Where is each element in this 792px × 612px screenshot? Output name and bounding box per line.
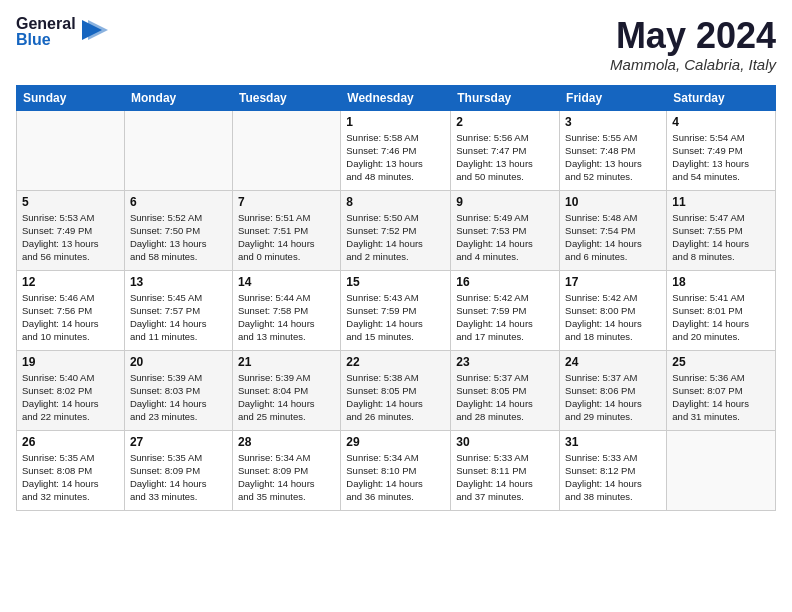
logo-arrow-icon (80, 15, 108, 45)
calendar-table: SundayMondayTuesdayWednesdayThursdayFrid… (16, 85, 776, 511)
day-detail: Sunrise: 5:34 AM Sunset: 8:10 PM Dayligh… (346, 451, 445, 504)
page-header: General Blue May 2024 Mammola, Calabria,… (16, 16, 776, 73)
day-detail: Sunrise: 5:50 AM Sunset: 7:52 PM Dayligh… (346, 211, 445, 264)
logo: General Blue (16, 16, 108, 48)
day-header-thursday: Thursday (451, 85, 560, 110)
calendar-cell: 25Sunrise: 5:36 AM Sunset: 8:07 PM Dayli… (667, 350, 776, 430)
day-header-saturday: Saturday (667, 85, 776, 110)
calendar-cell: 6Sunrise: 5:52 AM Sunset: 7:50 PM Daylig… (124, 190, 232, 270)
calendar-week-row: 1Sunrise: 5:58 AM Sunset: 7:46 PM Daylig… (17, 110, 776, 190)
day-number: 2 (456, 115, 554, 129)
calendar-cell: 11Sunrise: 5:47 AM Sunset: 7:55 PM Dayli… (667, 190, 776, 270)
day-detail: Sunrise: 5:55 AM Sunset: 7:48 PM Dayligh… (565, 131, 661, 184)
svg-marker-1 (88, 20, 108, 40)
day-number: 27 (130, 435, 227, 449)
day-number: 20 (130, 355, 227, 369)
day-detail: Sunrise: 5:51 AM Sunset: 7:51 PM Dayligh… (238, 211, 335, 264)
calendar-cell: 18Sunrise: 5:41 AM Sunset: 8:01 PM Dayli… (667, 270, 776, 350)
calendar-cell: 7Sunrise: 5:51 AM Sunset: 7:51 PM Daylig… (232, 190, 340, 270)
day-header-monday: Monday (124, 85, 232, 110)
calendar-cell: 29Sunrise: 5:34 AM Sunset: 8:10 PM Dayli… (341, 430, 451, 510)
day-number: 5 (22, 195, 119, 209)
day-detail: Sunrise: 5:35 AM Sunset: 8:08 PM Dayligh… (22, 451, 119, 504)
day-detail: Sunrise: 5:53 AM Sunset: 7:49 PM Dayligh… (22, 211, 119, 264)
calendar-cell: 15Sunrise: 5:43 AM Sunset: 7:59 PM Dayli… (341, 270, 451, 350)
day-detail: Sunrise: 5:52 AM Sunset: 7:50 PM Dayligh… (130, 211, 227, 264)
day-number: 14 (238, 275, 335, 289)
calendar-cell (232, 110, 340, 190)
calendar-cell: 14Sunrise: 5:44 AM Sunset: 7:58 PM Dayli… (232, 270, 340, 350)
day-number: 23 (456, 355, 554, 369)
calendar-cell: 1Sunrise: 5:58 AM Sunset: 7:46 PM Daylig… (341, 110, 451, 190)
calendar-cell: 20Sunrise: 5:39 AM Sunset: 8:03 PM Dayli… (124, 350, 232, 430)
day-detail: Sunrise: 5:54 AM Sunset: 7:49 PM Dayligh… (672, 131, 770, 184)
calendar-cell: 17Sunrise: 5:42 AM Sunset: 8:00 PM Dayli… (560, 270, 667, 350)
day-detail: Sunrise: 5:40 AM Sunset: 8:02 PM Dayligh… (22, 371, 119, 424)
day-header-wednesday: Wednesday (341, 85, 451, 110)
calendar-cell: 31Sunrise: 5:33 AM Sunset: 8:12 PM Dayli… (560, 430, 667, 510)
title-section: May 2024 Mammola, Calabria, Italy (610, 16, 776, 73)
calendar-cell: 4Sunrise: 5:54 AM Sunset: 7:49 PM Daylig… (667, 110, 776, 190)
day-number: 12 (22, 275, 119, 289)
day-number: 28 (238, 435, 335, 449)
day-detail: Sunrise: 5:42 AM Sunset: 7:59 PM Dayligh… (456, 291, 554, 344)
calendar-cell: 21Sunrise: 5:39 AM Sunset: 8:04 PM Dayli… (232, 350, 340, 430)
day-number: 15 (346, 275, 445, 289)
day-number: 16 (456, 275, 554, 289)
calendar-cell: 10Sunrise: 5:48 AM Sunset: 7:54 PM Dayli… (560, 190, 667, 270)
day-detail: Sunrise: 5:41 AM Sunset: 8:01 PM Dayligh… (672, 291, 770, 344)
calendar-week-row: 26Sunrise: 5:35 AM Sunset: 8:08 PM Dayli… (17, 430, 776, 510)
calendar-cell: 2Sunrise: 5:56 AM Sunset: 7:47 PM Daylig… (451, 110, 560, 190)
calendar-cell: 12Sunrise: 5:46 AM Sunset: 7:56 PM Dayli… (17, 270, 125, 350)
day-detail: Sunrise: 5:35 AM Sunset: 8:09 PM Dayligh… (130, 451, 227, 504)
day-number: 9 (456, 195, 554, 209)
calendar-cell: 13Sunrise: 5:45 AM Sunset: 7:57 PM Dayli… (124, 270, 232, 350)
calendar-week-row: 19Sunrise: 5:40 AM Sunset: 8:02 PM Dayli… (17, 350, 776, 430)
calendar-cell: 28Sunrise: 5:34 AM Sunset: 8:09 PM Dayli… (232, 430, 340, 510)
day-detail: Sunrise: 5:45 AM Sunset: 7:57 PM Dayligh… (130, 291, 227, 344)
calendar-cell: 16Sunrise: 5:42 AM Sunset: 7:59 PM Dayli… (451, 270, 560, 350)
day-detail: Sunrise: 5:34 AM Sunset: 8:09 PM Dayligh… (238, 451, 335, 504)
calendar-cell: 24Sunrise: 5:37 AM Sunset: 8:06 PM Dayli… (560, 350, 667, 430)
day-detail: Sunrise: 5:39 AM Sunset: 8:04 PM Dayligh… (238, 371, 335, 424)
day-number: 18 (672, 275, 770, 289)
day-number: 7 (238, 195, 335, 209)
day-detail: Sunrise: 5:46 AM Sunset: 7:56 PM Dayligh… (22, 291, 119, 344)
day-number: 11 (672, 195, 770, 209)
day-number: 10 (565, 195, 661, 209)
day-number: 24 (565, 355, 661, 369)
day-header-friday: Friday (560, 85, 667, 110)
calendar-header-row: SundayMondayTuesdayWednesdayThursdayFrid… (17, 85, 776, 110)
calendar-cell: 26Sunrise: 5:35 AM Sunset: 8:08 PM Dayli… (17, 430, 125, 510)
location: Mammola, Calabria, Italy (610, 56, 776, 73)
calendar-cell: 27Sunrise: 5:35 AM Sunset: 8:09 PM Dayli… (124, 430, 232, 510)
calendar-week-row: 5Sunrise: 5:53 AM Sunset: 7:49 PM Daylig… (17, 190, 776, 270)
day-number: 25 (672, 355, 770, 369)
calendar-cell (124, 110, 232, 190)
day-detail: Sunrise: 5:42 AM Sunset: 8:00 PM Dayligh… (565, 291, 661, 344)
day-number: 19 (22, 355, 119, 369)
calendar-cell: 30Sunrise: 5:33 AM Sunset: 8:11 PM Dayli… (451, 430, 560, 510)
day-number: 13 (130, 275, 227, 289)
day-number: 31 (565, 435, 661, 449)
day-detail: Sunrise: 5:47 AM Sunset: 7:55 PM Dayligh… (672, 211, 770, 264)
calendar-cell: 5Sunrise: 5:53 AM Sunset: 7:49 PM Daylig… (17, 190, 125, 270)
calendar-cell: 8Sunrise: 5:50 AM Sunset: 7:52 PM Daylig… (341, 190, 451, 270)
calendar-cell: 22Sunrise: 5:38 AM Sunset: 8:05 PM Dayli… (341, 350, 451, 430)
day-number: 8 (346, 195, 445, 209)
day-number: 4 (672, 115, 770, 129)
day-detail: Sunrise: 5:36 AM Sunset: 8:07 PM Dayligh… (672, 371, 770, 424)
calendar-week-row: 12Sunrise: 5:46 AM Sunset: 7:56 PM Dayli… (17, 270, 776, 350)
month-title: May 2024 (610, 16, 776, 56)
day-number: 3 (565, 115, 661, 129)
day-detail: Sunrise: 5:43 AM Sunset: 7:59 PM Dayligh… (346, 291, 445, 344)
day-header-tuesday: Tuesday (232, 85, 340, 110)
day-detail: Sunrise: 5:48 AM Sunset: 7:54 PM Dayligh… (565, 211, 661, 264)
day-number: 1 (346, 115, 445, 129)
day-detail: Sunrise: 5:49 AM Sunset: 7:53 PM Dayligh… (456, 211, 554, 264)
calendar-cell (17, 110, 125, 190)
day-number: 22 (346, 355, 445, 369)
logo-line2: Blue (16, 32, 76, 48)
day-number: 17 (565, 275, 661, 289)
day-number: 6 (130, 195, 227, 209)
